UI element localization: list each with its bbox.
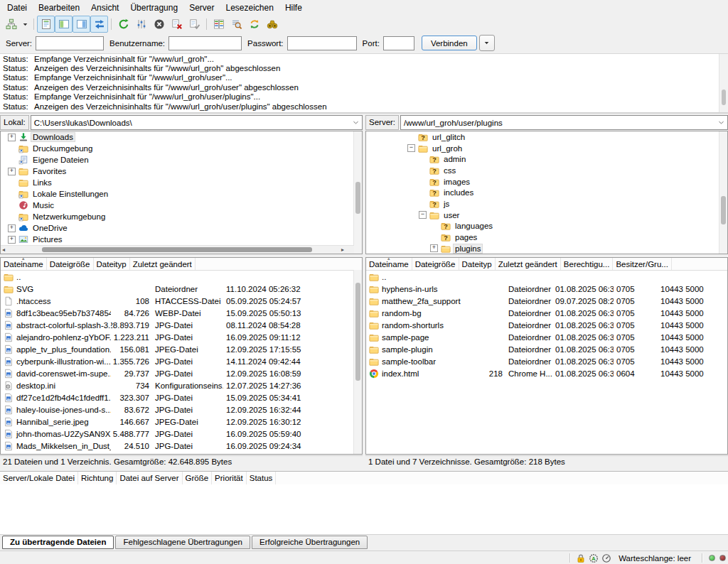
- menu-item[interactable]: Datei: [1, 1, 33, 15]
- sitemgr-icon[interactable]: [2, 16, 20, 33]
- scroll-left-arrow-icon[interactable]: ◂: [2, 246, 5, 253]
- file-row[interactable]: david-corenswet-im-supe... 29.737 JPG-Da…: [1, 367, 362, 379]
- file-row[interactable]: alejandro-pohlenz-gYbOF... 1.223.211 JPG…: [1, 331, 362, 343]
- column-header[interactable]: ▲ Dateigröße: [47, 258, 94, 270]
- file-row[interactable]: random-shorturls Dateiordner 01.08.2025 …: [366, 319, 727, 331]
- file-row[interactable]: desktop.ini 734 Konfigurationseins... 12…: [1, 379, 362, 391]
- tree-item[interactable]: images: [366, 176, 727, 188]
- file-row[interactable]: ..: [1, 271, 362, 283]
- queue-column-header[interactable]: Status: [247, 472, 277, 484]
- file-row[interactable]: SVG Dateiordner 11.10.2024 05:26:32: [1, 283, 362, 295]
- tree-item[interactable]: Links: [1, 177, 362, 188]
- find-icon[interactable]: [263, 16, 281, 33]
- disconnect-icon[interactable]: [168, 16, 186, 33]
- refresh-icon[interactable]: [114, 16, 132, 33]
- tree-expander[interactable]: +: [8, 224, 16, 232]
- file-row[interactable]: sample-toolbar Dateiordner 01.08.2025 06…: [366, 355, 727, 367]
- process-icon[interactable]: [132, 16, 150, 33]
- tb-queue-icon[interactable]: [90, 16, 108, 33]
- file-row[interactable]: index.html 218 Chrome H... 01.08.2025 06…: [366, 367, 727, 379]
- sync-icon[interactable]: [245, 16, 263, 33]
- tree-item[interactable]: Eigene Dateien: [1, 154, 362, 166]
- connect-dropdown-button[interactable]: [479, 35, 495, 51]
- tb-local-icon[interactable]: [55, 16, 73, 33]
- port-input[interactable]: [383, 36, 414, 50]
- tree-item[interactable]: − user: [366, 210, 727, 221]
- queue-tab[interactable]: Zu übertragende Dateien: [2, 536, 114, 549]
- tree-expander[interactable]: +: [8, 236, 16, 244]
- menu-item[interactable]: Ansicht: [85, 1, 124, 15]
- tree-expander[interactable]: −: [419, 211, 427, 219]
- file-row[interactable]: hyphens-in-urls Dateiordner 01.08.2025 0…: [366, 283, 727, 295]
- column-header[interactable]: ▲ Dateigröße: [412, 258, 459, 270]
- tree-item[interactable]: + Favorites: [1, 166, 362, 177]
- menu-item[interactable]: Bearbeiten: [33, 1, 85, 15]
- tree-item[interactable]: css: [366, 165, 727, 176]
- chevron-down-icon[interactable]: [717, 119, 725, 126]
- menu-item[interactable]: Lesezeichen: [220, 1, 279, 15]
- file-row[interactable]: matthew_2fa_support Dateiordner 09.07.20…: [366, 295, 727, 307]
- tree-item[interactable]: Druckumgebung: [1, 143, 362, 154]
- tree-item[interactable]: − url_groh: [366, 143, 727, 154]
- filter-icon[interactable]: [228, 16, 245, 33]
- column-header[interactable]: ▲ Dateityp: [459, 258, 496, 270]
- queue-column-header[interactable]: Priorität: [212, 472, 247, 484]
- reconnect-icon[interactable]: [186, 16, 203, 33]
- tree-expander[interactable]: +: [430, 244, 438, 252]
- file-row[interactable]: random-bg Dateiordner 01.08.2025 06:3...…: [366, 307, 727, 319]
- file-row[interactable]: john-thomas-U2ZySAN9X... 5.488.777 JPG-D…: [1, 428, 362, 440]
- cancel-icon[interactable]: [150, 16, 168, 33]
- connect-button[interactable]: Verbinden: [422, 36, 477, 50]
- menu-item[interactable]: Übertragung: [124, 1, 183, 15]
- tree-expander[interactable]: +: [8, 134, 16, 141]
- menu-item[interactable]: Server: [183, 1, 220, 15]
- tree-item[interactable]: pages: [366, 232, 727, 243]
- column-header[interactable]: ▲ Zuletzt geändert: [496, 258, 561, 270]
- scroll-right-arrow-icon[interactable]: ▸: [341, 246, 344, 253]
- lock-icon[interactable]: [576, 553, 586, 563]
- file-row[interactable]: Hannibal_serie.jpeg 146.667 JPEG-Datei 1…: [1, 416, 362, 428]
- queue-column-header[interactable]: Datei auf Server: [117, 472, 182, 484]
- file-row[interactable]: haley-louise-jones-und-s... 83.672 JPG-D…: [1, 403, 362, 416]
- queue-column-header[interactable]: Richtung: [78, 472, 117, 484]
- tree-item[interactable]: admin: [366, 153, 727, 165]
- tree-item[interactable]: Music: [1, 200, 362, 211]
- column-header[interactable]: ▲ Berechtigu...: [561, 258, 614, 270]
- column-header[interactable]: ▲ Dateiname: [1, 258, 47, 270]
- tb-remote-icon[interactable]: [73, 16, 90, 33]
- tb-log-icon[interactable]: [37, 16, 55, 33]
- file-row[interactable]: Mads_Mikkelsen_in_Dust_... 24.510 JPG-Da…: [1, 440, 362, 452]
- file-row[interactable]: df27ce1d2fb4d4c1fdedff1... 323.307 JPG-D…: [1, 391, 362, 403]
- compare-icon[interactable]: [210, 16, 228, 33]
- tree-item[interactable]: + OneDrive: [1, 222, 362, 234]
- column-header[interactable]: ▲ Besitzer/Gru...: [613, 258, 672, 270]
- column-header[interactable]: ▲ Zuletzt geändert: [130, 258, 196, 270]
- local-tree-hscrollbar[interactable]: ◂ ▸: [1, 245, 354, 254]
- password-input[interactable]: [287, 36, 357, 50]
- local-tree-vscrollbar[interactable]: [353, 131, 362, 254]
- username-input[interactable]: [168, 36, 242, 50]
- tree-item[interactable]: Netzwerkumgebung: [1, 211, 362, 222]
- file-row[interactable]: .htaccess 108 HTACCESS-Datei 05.09.2025 …: [1, 295, 362, 307]
- tree-item[interactable]: + plugins: [366, 243, 727, 254]
- remote-tree-vscrollbar[interactable]: [719, 131, 727, 254]
- tree-item[interactable]: + Downloads: [1, 131, 362, 143]
- remote-path-combobox[interactable]: /www/url_groh/user/plugins: [400, 115, 728, 130]
- tree-item[interactable]: Lokale Einstellungen: [1, 188, 362, 200]
- local-list-vscrollbar[interactable]: [353, 270, 362, 454]
- file-row[interactable]: ..: [366, 271, 727, 283]
- file-row[interactable]: sample-page Dateiordner 01.08.2025 06:3.…: [366, 331, 727, 343]
- file-row[interactable]: apple_tv_plus_foundation... 156.081 JPEG…: [1, 343, 362, 355]
- transfer-queue-list[interactable]: [0, 484, 728, 535]
- queue-tab[interactable]: Erfolgreiche Übertragungen: [252, 536, 368, 549]
- file-row[interactable]: abstract-colorful-splash-3... 28.893.719…: [1, 319, 362, 331]
- queue-tab[interactable]: Fehlgeschlagene Übertragungen: [115, 536, 250, 549]
- tree-expander[interactable]: −: [407, 144, 415, 152]
- tree-expander[interactable]: +: [8, 168, 16, 175]
- chevron-down-icon[interactable]: [352, 119, 360, 126]
- column-header[interactable]: ▲ Dateityp: [94, 258, 130, 270]
- tree-item[interactable]: + Pictures: [1, 234, 362, 245]
- file-row[interactable]: sample-plugin Dateiordner 01.08.2025 06:…: [366, 343, 727, 355]
- column-header[interactable]: ▲ Dateiname: [366, 258, 412, 270]
- tree-item[interactable]: url_glitch: [366, 131, 727, 143]
